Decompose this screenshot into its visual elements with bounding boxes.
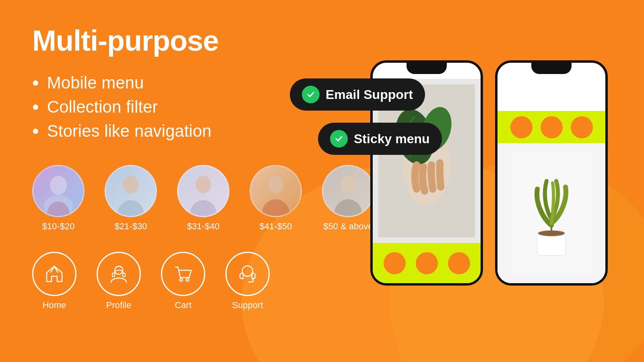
svg-point-6 (196, 176, 211, 193)
home-icon-circle (32, 252, 76, 296)
product-circle-1 (32, 165, 85, 217)
product-label-3: $31-$40 (187, 221, 220, 232)
checkmark-icon-2 (334, 134, 344, 144)
nav-item-profile[interactable]: Profile (97, 252, 141, 311)
dot-1 (384, 252, 406, 274)
cart-icon (172, 263, 194, 285)
svg-point-1 (50, 176, 67, 195)
sticky-check-icon (330, 130, 348, 148)
nav-label-cart: Cart (175, 300, 192, 311)
product-label-2: $21-$30 (115, 221, 147, 232)
feature-label: Collection filter (47, 97, 158, 117)
svg-rect-22 (537, 233, 566, 255)
nav-label-home: Home (43, 300, 66, 311)
dot-2 (416, 252, 438, 274)
email-support-badge: Email Support (290, 78, 425, 111)
dot-3 (448, 252, 470, 274)
stripe-dot-2 (541, 116, 563, 138)
svg-point-16 (242, 266, 253, 276)
nav-item-home[interactable]: Home (32, 252, 76, 311)
right-section: Email Support Sticky menu (282, 0, 644, 362)
phone2-top (497, 79, 605, 111)
feature-label: Stories like navigation (47, 121, 212, 141)
home-icon (43, 263, 66, 285)
svg-point-8 (268, 176, 283, 193)
email-check-icon (302, 86, 320, 103)
nav-label-profile: Profile (106, 300, 131, 311)
badge-label: Email Support (326, 87, 413, 102)
badge-label-2: Sticky menu (354, 132, 430, 146)
product-circle-3 (177, 165, 229, 217)
svg-point-24 (538, 230, 565, 236)
svg-point-15 (186, 278, 189, 281)
product-item-2[interactable]: $21-$30 (105, 165, 157, 232)
svg-rect-13 (123, 273, 125, 277)
phone2-image (511, 153, 592, 274)
profile-icon (108, 263, 130, 285)
phone2-image-area (497, 143, 605, 283)
svg-point-14 (180, 278, 182, 281)
stripe-dot-3 (571, 116, 593, 138)
phone-notch-2 (531, 63, 572, 74)
product-item-1[interactable]: $10-$20 (32, 165, 85, 232)
nav-item-cart[interactable]: Cart (161, 252, 205, 311)
checkmark-icon (306, 90, 316, 99)
sticky-menu-badge: Sticky menu (318, 123, 442, 155)
svg-rect-12 (112, 273, 115, 277)
nav-label-support: Support (232, 300, 263, 311)
stripe-dot-1 (510, 116, 533, 138)
cart-icon-circle (161, 252, 205, 296)
product-label-1: $10-$20 (42, 221, 75, 232)
phone-mockup-2 (495, 60, 608, 286)
phone1-bottom-bar (373, 243, 481, 283)
support-icon (237, 263, 259, 285)
profile-icon-circle (97, 252, 141, 296)
phone-notch-1 (407, 63, 447, 74)
feature-label: Mobile menu (47, 73, 144, 93)
phone2-lime-stripe (497, 111, 605, 143)
support-icon-circle (225, 252, 270, 296)
nav-item-support[interactable]: Support (225, 252, 270, 311)
product-circle-2 (105, 165, 157, 217)
product-item-3[interactable]: $31-$40 (177, 165, 229, 232)
svg-point-4 (123, 176, 138, 193)
